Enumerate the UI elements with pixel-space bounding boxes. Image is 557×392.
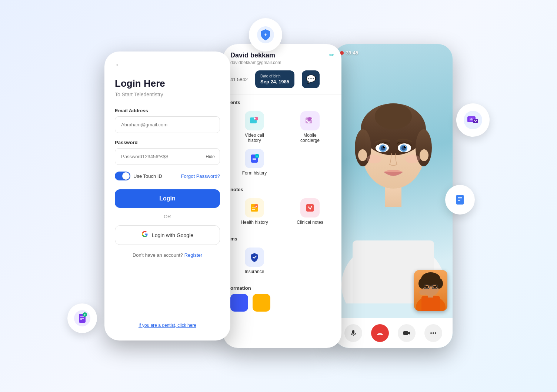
svg-point-74 [435,332,436,334]
login-content: ← Login Here To Start Teledentistry Emai… [104,52,230,340]
email-input[interactable] [115,116,220,133]
health-history-icon-box: + [245,198,264,217]
dentist-link[interactable]: If you are a dentist, click here [115,323,220,332]
video-controls [334,318,453,348]
badge-doc-left-circle: + [67,303,97,333]
small-video-person [414,270,447,311]
svg-rect-57 [421,296,440,311]
svg-point-5 [470,118,473,120]
video-call-label: Video callhistory [245,133,264,143]
bottom-icon-2 [253,294,270,312]
section-ents-label: ents [223,94,341,108]
touch-id-row: Use Touch ID [115,172,162,180]
touch-id-toggle[interactable] [115,172,130,180]
register-row: Don't have an account? Register [115,252,220,258]
form-history-label: Form history [242,170,267,176]
profile-info: David bekkam davidbekkam@gmail.com [230,52,281,65]
camera-button[interactable] [398,324,416,342]
svg-point-61 [418,278,426,289]
menu-item-clinical-notes[interactable]: Clinical notes [286,198,334,225]
profile-dob-box: Date of birth Sep 24, 1985 [255,70,294,88]
svg-point-52 [405,146,406,147]
login-button[interactable]: Login [115,189,220,208]
bottom-icons-row [223,294,341,312]
health-history-label: Health history [241,220,268,225]
login-title: Login Here [115,78,220,89]
svg-rect-8 [456,195,464,205]
profile-info-row: 41 5842 Date of birth Sep 24, 1985 💬 [230,70,334,88]
login-phone: ← Login Here To Start Teledentistry Emai… [104,52,230,340]
menu-item-video-call[interactable]: Video callhistory [230,111,278,143]
menu-grid-insurance: Insurance [223,245,341,280]
svg-point-42 [420,149,428,161]
back-button[interactable]: ← [115,60,220,69]
section-ms-label: ms [223,231,341,245]
clinical-notes-label: Clinical notes [297,220,323,225]
section-notes-label: notes [223,182,341,195]
menu-item-health-history[interactable]: + Health history [230,198,278,225]
login-subtitle: To Start Teledentistry [115,92,220,97]
svg-rect-71 [403,331,408,335]
edit-icon[interactable]: ✏ [329,52,334,59]
main-scene: + [75,29,482,363]
dob-label: Date of birth [260,74,289,78]
bottom-icon-1 [230,294,248,312]
recording-bar: 39:45 [340,50,358,56]
menu-grid-form: + Form history [223,149,341,182]
doc-right-badge-icon [445,185,475,215]
menu-content: David bekkam davidbekkam@gmail.com ✏ 41 … [223,44,341,348]
hide-password-button[interactable]: Hide [206,154,215,159]
svg-point-54 [405,155,420,163]
shield-badge-icon: + [249,18,282,52]
menu-item-insurance[interactable]: Insurance [230,248,278,274]
svg-point-53 [367,155,381,163]
small-video-box [414,270,447,311]
dob-value: Sep 24, 1985 [260,79,289,84]
video-phone: 39:45 [334,44,453,348]
svg-point-41 [358,149,367,161]
register-text: Don't have an account? [133,252,183,258]
video-call-icon-box [245,111,264,130]
phones-wrapper: ← Login Here To Start Teledentistry Emai… [104,44,453,348]
menu-item-mobile-concierge[interactable]: Mobileconcierge [286,111,334,143]
password-label: Password [115,140,220,145]
svg-rect-32 [306,204,314,212]
forgot-password-link[interactable]: Forgot Password? [181,173,220,179]
svg-point-38 [375,103,412,129]
mute-button[interactable] [344,324,362,342]
svg-text:+: + [264,32,267,38]
doc-left-badge-icon: + [67,303,97,333]
rec-time: 39:45 [346,50,358,56]
profile-phone: 41 5842 [230,77,248,82]
touch-id-label: Use Touch ID [133,173,162,179]
mobile-concierge-label: Mobileconcierge [300,133,320,143]
register-link[interactable]: Register [184,252,202,258]
svg-rect-69 [352,330,354,334]
photo-badge-icon [456,103,490,137]
more-options-button[interactable] [424,324,442,342]
badge-doc-right-circle [445,185,475,215]
svg-point-72 [430,332,432,334]
profile-email: davidbekkam@gmail.com [230,60,281,65]
options-row: Use Touch ID Forgot Password? [115,172,220,180]
password-wrapper: Hide [115,148,220,165]
clinical-notes-icon-box [300,198,320,217]
profile-name: David bekkam [230,52,281,59]
password-input[interactable] [115,148,220,165]
svg-point-66 [425,286,428,288]
chat-icon[interactable]: 💬 [302,70,320,88]
svg-point-47 [384,146,386,147]
svg-point-68 [419,289,427,295]
end-call-button[interactable] [371,324,389,342]
mobile-concierge-icon-box [300,111,320,130]
menu-item-form-history[interactable]: + Form history [230,149,278,176]
profile-top: David bekkam davidbekkam@gmail.com ✏ [230,52,334,65]
google-login-button[interactable]: Login with Google [115,225,220,245]
svg-point-67 [433,286,436,288]
section-ormation-label: ormation [223,280,341,294]
google-icon [141,231,148,239]
menu-grid-notes: + Health history [223,195,341,231]
svg-point-73 [433,332,434,334]
badge-shield-circle: + [249,18,282,52]
menu-phone: David bekkam davidbekkam@gmail.com ✏ 41 … [223,44,341,348]
